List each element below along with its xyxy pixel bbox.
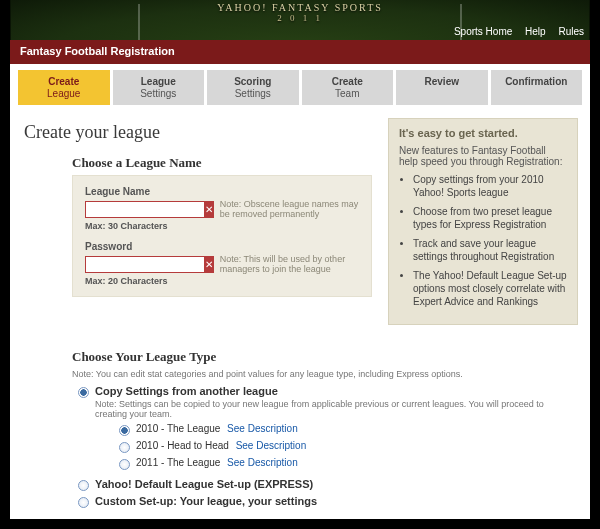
prev-league-option[interactable]: 2010 - Head to Head See Description bbox=[119, 440, 578, 453]
select-draft-heading: Select Your Draft Type bbox=[72, 518, 578, 519]
radio-default-express[interactable] bbox=[78, 480, 89, 491]
tab-confirmation[interactable]: Confirmation bbox=[491, 70, 583, 105]
nav-help[interactable]: Help bbox=[525, 26, 546, 37]
opt-copy-note: Note: Settings can be copied to your new… bbox=[95, 399, 578, 419]
brand-line1: YAHOO! FANTASY SPORTS bbox=[217, 2, 383, 13]
sidebox-bullet: Track and save your league settings thro… bbox=[413, 237, 567, 263]
choose-type-note: Note: You can edit stat categories and p… bbox=[72, 369, 578, 379]
league-name-clear-icon[interactable]: ✕ bbox=[205, 201, 214, 218]
password-hint: Note: This will be used by other manager… bbox=[220, 254, 359, 274]
password-input[interactable] bbox=[85, 256, 205, 273]
sidebox-intro: New features to Fantasy Football help sp… bbox=[399, 145, 567, 167]
main-panel: CreateLeagueLeagueSettingsScoringSetting… bbox=[10, 64, 590, 519]
password-max: Max: 20 Characters bbox=[85, 276, 359, 286]
nav-rules[interactable]: Rules bbox=[558, 26, 584, 37]
radio-prev-league[interactable] bbox=[119, 442, 130, 453]
getting-started-box: It's easy to get started. New features t… bbox=[388, 118, 578, 325]
prev-league-name: 2011 - The League See Description bbox=[136, 457, 298, 468]
league-name-max: Max: 30 Characters bbox=[85, 221, 359, 231]
radio-prev-league[interactable] bbox=[119, 459, 130, 470]
nav-sports-home[interactable]: Sports Home bbox=[454, 26, 512, 37]
prev-league-name: 2010 - The League See Description bbox=[136, 423, 298, 434]
prev-league-list: 2010 - The League See Description2010 - … bbox=[119, 423, 578, 470]
opt-copy-settings[interactable]: Copy Settings from another league Note: … bbox=[78, 385, 578, 474]
choose-type-heading: Choose Your League Type bbox=[72, 349, 578, 365]
wizard-tabs: CreateLeagueLeagueSettingsScoringSetting… bbox=[10, 64, 590, 105]
sidebox-bullet: Choose from two preset league types for … bbox=[413, 205, 567, 231]
league-name-hint: Note: Obscene league names may be remove… bbox=[220, 199, 359, 219]
opt-custom-label: Custom Set-up: Your league, your setting… bbox=[95, 495, 317, 507]
password-label: Password bbox=[85, 241, 359, 252]
subheader-title: Fantasy Football Registration bbox=[20, 45, 175, 57]
password-clear-icon[interactable]: ✕ bbox=[205, 256, 214, 273]
opt-custom-setup[interactable]: Custom Set-up: Your league, your setting… bbox=[78, 495, 578, 508]
sidebox-bullet: The Yahoo! Default League Set-up options… bbox=[413, 269, 567, 308]
subheader-bar: Fantasy Football Registration bbox=[10, 40, 590, 64]
tab-league-settings[interactable]: LeagueSettings bbox=[113, 70, 205, 105]
prev-league-option[interactable]: 2010 - The League See Description bbox=[119, 423, 578, 436]
brand-logo: YAHOO! FANTASY SPORTS 2 0 1 1 bbox=[11, 2, 589, 23]
tab-create-league[interactable]: CreateLeague bbox=[18, 70, 110, 105]
see-description-link[interactable]: See Description bbox=[227, 457, 298, 468]
top-nav: Sports Home Help Rules bbox=[444, 26, 584, 37]
radio-custom-setup[interactable] bbox=[78, 497, 89, 508]
league-name-input[interactable] bbox=[85, 201, 205, 218]
prev-league-option[interactable]: 2011 - The League See Description bbox=[119, 457, 578, 470]
tab-review[interactable]: Review bbox=[396, 70, 488, 105]
sidebox-list: Copy settings from your 2010 Yahoo! Spor… bbox=[413, 173, 567, 308]
sidebox-heading: It's easy to get started. bbox=[399, 127, 567, 139]
see-description-link[interactable]: See Description bbox=[227, 423, 298, 434]
league-name-form: League Name ✕ Note: Obscene league names… bbox=[72, 175, 372, 297]
tab-scoring-settings[interactable]: ScoringSettings bbox=[207, 70, 299, 105]
brand-line2: 2 0 1 1 bbox=[11, 13, 589, 23]
radio-copy-settings[interactable] bbox=[78, 387, 89, 398]
content-area: It's easy to get started. New features t… bbox=[10, 110, 590, 519]
opt-default-label: Yahoo! Default League Set-up (EXPRESS) bbox=[95, 478, 313, 490]
see-description-link[interactable]: See Description bbox=[236, 440, 307, 451]
sidebox-bullet: Copy settings from your 2010 Yahoo! Spor… bbox=[413, 173, 567, 199]
opt-copy-label: Copy Settings from another league bbox=[95, 385, 278, 397]
prev-league-name: 2010 - Head to Head See Description bbox=[136, 440, 306, 451]
league-name-label: League Name bbox=[85, 186, 359, 197]
opt-default-express[interactable]: Yahoo! Default League Set-up (EXPRESS) bbox=[78, 478, 578, 491]
radio-prev-league[interactable] bbox=[119, 425, 130, 436]
tab-create-team[interactable]: CreateTeam bbox=[302, 70, 394, 105]
